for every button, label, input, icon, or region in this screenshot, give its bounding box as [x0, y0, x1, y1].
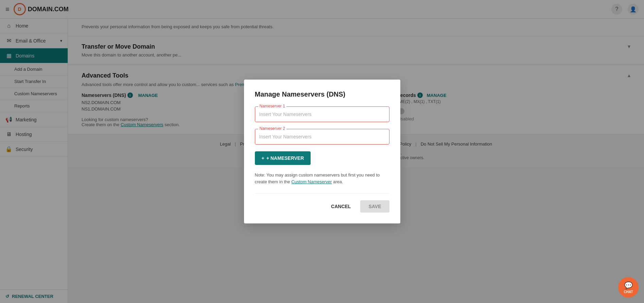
modal-title: Manage Nameservers (DNS) [255, 90, 389, 98]
nameserver1-label: Nameserver 1 [258, 104, 286, 108]
chat-icon: 💬 [624, 281, 633, 289]
add-icon: + [262, 155, 264, 161]
nameserver2-label: Nameserver 2 [258, 126, 286, 131]
chat-button[interactable]: 💬 CHAT [618, 277, 639, 298]
nameserver2-field: Nameserver 2 [255, 129, 389, 145]
cancel-button[interactable]: CANCEL [326, 200, 356, 213]
add-nameserver-button[interactable]: + + NAMESERVER [255, 151, 311, 165]
manage-nameservers-modal: Manage Nameservers (DNS) Nameserver 1 Na… [244, 80, 400, 223]
add-nameserver-label: + NAMESERVER [266, 155, 304, 161]
chat-label: CHAT [624, 290, 633, 294]
nameserver2-input[interactable] [255, 129, 389, 145]
custom-nameserver-modal-link[interactable]: Custom Nameserver [291, 179, 332, 184]
nameserver1-field: Nameserver 1 [255, 106, 389, 122]
nameserver1-input[interactable] [255, 106, 389, 122]
save-button[interactable]: SAVE [360, 200, 389, 213]
modal-note: Note: You may assign custom nameservers … [255, 172, 389, 185]
modal-actions: CANCEL SAVE [255, 193, 389, 213]
modal-overlay: Manage Nameservers (DNS) Nameserver 1 Na… [0, 0, 644, 303]
